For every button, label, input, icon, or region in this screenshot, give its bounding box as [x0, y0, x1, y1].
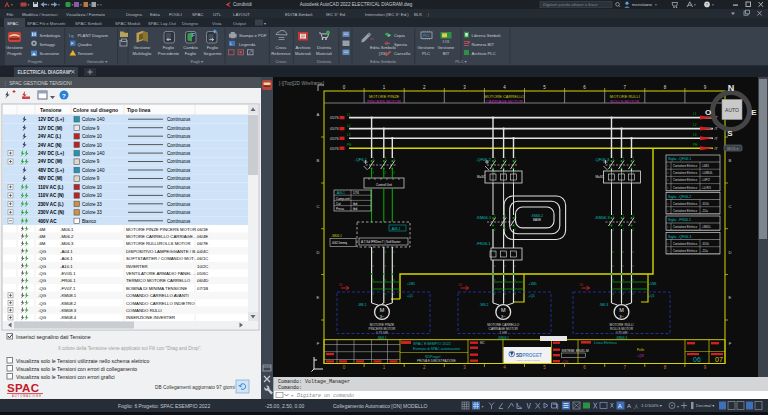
svg-text:Foglio: Foglio	[185, 51, 197, 56]
svg-text:/7: /7	[715, 147, 718, 151]
svg-text:File: File	[7, 12, 15, 17]
svg-text:Copia: Copia	[394, 33, 406, 38]
svg-text:10/2C: 10/2C	[197, 264, 208, 269]
svg-text:Cross: Cross	[276, 59, 287, 64]
svg-text:Visualizza solo le Tensioni co: Visualizza solo le Tensioni con errori d…	[16, 366, 137, 372]
svg-text:05/76: 05/76	[330, 127, 339, 131]
svg-text:-KM06.3: -KM06.3	[595, 215, 611, 220]
svg-text:L3: L3	[693, 133, 697, 137]
svg-text:SPAC Moduli: SPAC Moduli	[115, 21, 140, 26]
svg-text:A: A	[317, 112, 320, 117]
svg-text:-A06.1: -A06.1	[391, 227, 401, 231]
svg-text:FOGLI: FOGLI	[169, 12, 182, 17]
svg-text:Inserisci segnalino dati Tensi: Inserisci segnalino dati Tensione	[16, 334, 91, 340]
svg-text:Distinta: Distinta	[317, 59, 332, 64]
svg-text:F: F	[192, 32, 196, 38]
svg-text:-QG: -QG	[38, 286, 47, 291]
svg-text:Fogli ▾: Fogli ▾	[191, 59, 204, 64]
svg-text:BLK: BLK	[414, 12, 422, 17]
svg-text:Distinta: Distinta	[317, 45, 332, 50]
svg-text:Archivio PLC: Archivio PLC	[472, 51, 496, 56]
svg-text:C: C	[728, 204, 731, 209]
svg-text:06/1E: 06/1E	[197, 227, 208, 232]
svg-text:PLC: PLC	[422, 51, 430, 56]
svg-text:+Q1: +Q1	[529, 294, 535, 298]
svg-text:COMANDO RULLI: COMANDO RULLI	[126, 308, 162, 313]
svg-text:Il colore della Tensione viene: Il colore della Tensione viene applicato…	[58, 346, 202, 351]
svg-text:MOTORE CARRELLO CARRIAGE...: MOTORE CARRELLO CARRIAGE...	[126, 234, 196, 239]
svg-text:Sigla: -QF06.3: Sigla: -QF06.3	[668, 235, 691, 239]
svg-text:-KM06.2: -KM06.2	[531, 214, 543, 218]
svg-text:PLC: PLC	[423, 34, 430, 38]
svg-text:BOBINA DI MINIMA TENSIONE: BOBINA DI MINIMA TENSIONE	[126, 286, 187, 291]
svg-text:INSERZIONE INVERTER: INSERZIONE INVERTER	[126, 315, 175, 320]
svg-text:A: A	[627, 403, 631, 409]
svg-text:Sigla: -FR06.1: Sigla: -FR06.1	[668, 218, 691, 222]
svg-text:F: F	[317, 341, 320, 346]
svg-text:BASE: BASE	[533, 218, 541, 222]
svg-text:Visualizza solo le Tensioni co: Visualizza solo le Tensioni con errori g…	[16, 374, 115, 380]
svg-text:-LM05L: -LM05L	[702, 225, 712, 229]
svg-text:CARRIAGE MOTOR: CARRIAGE MOTOR	[486, 99, 523, 104]
svg-text:Contattore Elettrico: Contattore Elettrico	[673, 171, 697, 175]
svg-text:▾: ▾	[264, 21, 266, 26]
svg-text:+1M1: +1M1	[529, 282, 537, 286]
svg-text:07: 07	[715, 356, 723, 363]
svg-text:110V AC (L): 110V AC (L)	[38, 185, 64, 190]
svg-text:E: E	[751, 108, 757, 117]
svg-text:Contattore Elettrico: Contattore Elettrico	[673, 178, 697, 182]
svg-text:⋮ SPAC GESTIONE TENSIONI: ⋮ SPAC GESTIONE TENSIONI	[3, 81, 72, 86]
svg-text:A: A	[618, 403, 622, 409]
svg-text:▾: ▾	[11, 3, 13, 7]
svg-text:C: C	[316, 204, 319, 209]
svg-text:AUTOMAZIONE: AUTOMAZIONE	[12, 394, 42, 398]
svg-text:Edita Simbolo: Edita Simbolo	[370, 45, 397, 50]
svg-text:Presa: Presa	[336, 207, 344, 211]
svg-text:I / O: I / O	[443, 40, 450, 44]
svg-text:▾: ▾	[712, 3, 714, 7]
svg-text:Quadro: Quadro	[78, 42, 93, 47]
svg-text:-M06.1: -M06.1	[60, 227, 74, 232]
svg-text:Control Unit: Control Unit	[376, 183, 392, 187]
svg-text:人: 人	[634, 404, 639, 409]
svg-text:L1: L1	[693, 112, 697, 116]
svg-text:SPAC Fili e Morsetti: SPAC Fili e Morsetti	[27, 21, 65, 26]
svg-text:-KM08.1: -KM08.1	[60, 293, 77, 298]
svg-text:12V DC (L+): 12V DC (L+)	[38, 117, 64, 122]
svg-text:L2: L2	[693, 123, 697, 127]
svg-text:MOTORE PINZE PINCERS MOTOR: MOTORE PINZE PINCERS MOTOR	[126, 227, 196, 232]
svg-text:[-][Top][2D Wireframe]: [-][Top][2D Wireframe]	[279, 81, 324, 86]
svg-text:Contattore Elettrico: Contattore Elettrico	[673, 202, 697, 206]
svg-text:Archivio: Archivio	[296, 45, 312, 50]
svg-text:L3: L3	[347, 133, 351, 137]
svg-text:M: M	[501, 307, 506, 313]
svg-text:S: S	[727, 129, 733, 138]
svg-text:ROLLS MOTOR: ROLLS MOTOR	[610, 99, 639, 104]
svg-text:Contattore Elettrico: Contattore Elettrico	[673, 164, 697, 168]
svg-text:Visualizza / Formato: Visualizza / Formato	[66, 12, 105, 17]
svg-text:Lg: Lg	[69, 33, 74, 38]
svg-text:Cambio: Cambio	[183, 45, 198, 50]
svg-text:▾: ▾	[28, 3, 30, 7]
svg-text:VENTILATORE ARMADIO PANEL ...: VENTILATORE ARMADIO PANEL ...	[126, 271, 196, 276]
svg-text:Comando: Voltage_Manager: Comando: Voltage_Manager	[278, 379, 350, 385]
svg-text:-W06.1: -W06.1	[331, 234, 342, 238]
svg-text:Tensioni: Tensioni	[78, 51, 93, 56]
svg-text:Continuous: Continuous	[167, 219, 191, 224]
svg-text:Modifica / Inserisci: Modifica / Inserisci	[22, 12, 57, 17]
svg-text:xs: xs	[370, 37, 374, 41]
svg-text:Colore 140: Colore 140	[82, 151, 105, 156]
svg-text:Contattore Elettrico: Contattore Elettrico	[673, 209, 697, 213]
svg-text:↨: ↨	[427, 12, 429, 17]
svg-text:-25.00, 2.50, 0.00: -25.00, 2.50, 0.00	[265, 403, 304, 409]
svg-text:-FR06.1: -FR06.1	[60, 278, 76, 283]
svg-text:▾: ▾	[58, 3, 60, 7]
svg-text:SPAC ESEMPIO 2022: SPAC ESEMPIO 2022	[413, 342, 451, 346]
svg-text:-FR06.1: -FR06.1	[476, 241, 491, 246]
svg-text:-QG: -QG	[38, 256, 47, 261]
svg-text:Esempio di SPAC automazione: Esempio di SPAC automazione	[413, 347, 460, 351]
svg-text:3~: 3~	[501, 314, 506, 319]
svg-text:TERMICO MOTORE CARRELLO: TERMICO MOTORE CARRELLO	[126, 278, 191, 283]
svg-text:230V AC (N): 230V AC (N)	[38, 210, 65, 215]
svg-text:Continuous: Continuous	[167, 159, 191, 164]
